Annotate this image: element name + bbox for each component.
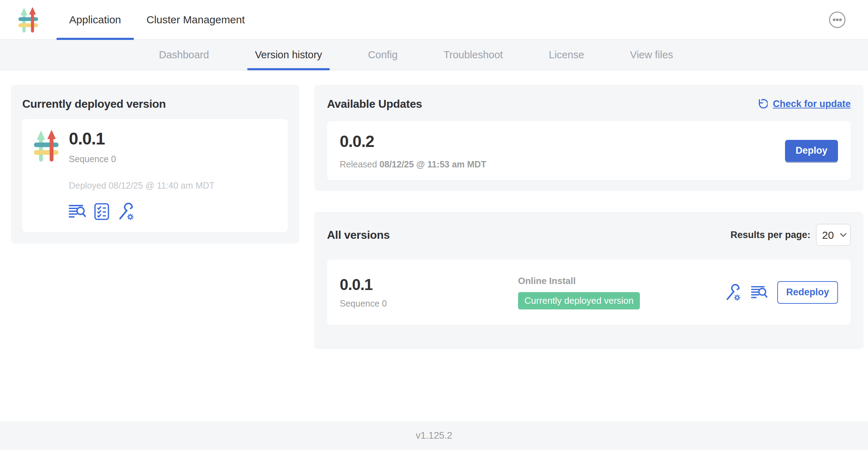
right-column: Available Updates Check for update 0.0.2 (314, 85, 863, 349)
subnav-label-config: Config (368, 49, 398, 61)
check-for-update-link[interactable]: Check for update (756, 98, 851, 110)
redeploy-button[interactable]: Redeploy (777, 281, 838, 304)
edit-config-button[interactable] (118, 203, 135, 220)
currently-deployed-details: 0.0.1 Sequence 0 Deployed 08/12/25 @ 11:… (22, 119, 288, 232)
release-notes-icon (69, 204, 86, 219)
subnav-label-dashboard: Dashboard (159, 49, 209, 61)
preflight-checks-icon (94, 203, 109, 220)
available-updates-card: Available Updates Check for update 0.0.2 (314, 85, 863, 191)
app-header: Application Cluster Management (0, 0, 868, 40)
release-notes-icon (751, 285, 767, 300)
version-row: 0.0.1 Sequence 0 Online Install Currentl… (327, 260, 851, 325)
console-version: v1.125.2 (416, 430, 452, 441)
all-versions-card: All versions Results per page: 20 (314, 212, 863, 349)
all-versions-title: All versions (327, 229, 390, 242)
row-version-number: 0.0.1 (340, 276, 518, 294)
version-history-page: Currently deployed version 0.0.1 Sequenc… (0, 70, 868, 349)
update-version-number: 0.0.2 (340, 132, 486, 151)
subnav-label-license: License (549, 49, 584, 61)
install-type-label: Online Install (518, 276, 640, 286)
check-for-update-label: Check for update (773, 99, 851, 109)
deployed-version-number: 0.0.1 (69, 129, 215, 148)
release-notes-button[interactable] (69, 204, 86, 219)
refresh-icon (756, 98, 768, 110)
results-per-page-label: Results per page: (730, 230, 810, 241)
tab-application-label: Application (69, 14, 121, 26)
update-released-line: Released 08/12/25 @ 11:53 am MDT (340, 159, 486, 170)
preflight-checks-button[interactable] (94, 203, 109, 220)
tab-cluster-management-label: Cluster Management (147, 14, 245, 26)
edit-config-button[interactable] (725, 284, 741, 301)
app-logo (0, 0, 57, 40)
deployed-actions (69, 203, 215, 220)
edit-config-icon (725, 284, 741, 301)
overflow-menu-button[interactable] (828, 11, 846, 29)
subnav-item-config[interactable]: Config (368, 40, 398, 70)
tab-application[interactable]: Application (57, 0, 134, 40)
subnav-item-version-history[interactable]: Version history (255, 40, 322, 70)
available-updates-title: Available Updates (327, 97, 422, 111)
currently-deployed-badge: Currently deployed version (518, 292, 640, 309)
console-footer: v1.125.2 (0, 421, 868, 450)
deployed-timestamp: Deployed 08/12/25 @ 11:40 am MDT (69, 180, 215, 191)
app-logo-arrows-icon (34, 129, 59, 223)
available-update-row: 0.0.2 Released 08/12/25 @ 11:53 am MDT D… (327, 121, 851, 180)
subnav-label-troubleshoot: Troubleshoot (444, 49, 503, 61)
app-subnav: Dashboard Version history Config Trouble… (0, 40, 868, 70)
deploy-button[interactable]: Deploy (785, 140, 838, 162)
released-prefix: Released (340, 159, 377, 169)
currently-deployed-title: Currently deployed version (22, 97, 288, 111)
results-per-page: Results per page: 20 (730, 224, 851, 246)
currently-deployed-card: Currently deployed version 0.0.1 Sequenc… (11, 85, 299, 244)
subnav-label-view-files: View files (630, 49, 673, 61)
row-sequence: Sequence 0 (340, 298, 518, 309)
results-per-page-select[interactable]: 20 (816, 224, 851, 246)
subnav-item-troubleshoot[interactable]: Troubleshoot (444, 40, 503, 70)
subnav-item-view-files[interactable]: View files (630, 40, 673, 70)
tab-cluster-management[interactable]: Cluster Management (134, 0, 257, 40)
edit-config-icon (118, 203, 135, 220)
subnav-item-license[interactable]: License (549, 40, 584, 70)
released-date: 08/12/25 @ 11:53 am MDT (380, 159, 486, 169)
ellipsis-circle-icon (828, 11, 846, 29)
subnav-label-version-history: Version history (255, 49, 322, 61)
app-logo-arrows-icon (18, 7, 38, 33)
deployed-sequence: Sequence 0 (69, 154, 215, 164)
subnav-item-dashboard[interactable]: Dashboard (159, 40, 209, 70)
release-notes-button[interactable] (751, 285, 767, 300)
